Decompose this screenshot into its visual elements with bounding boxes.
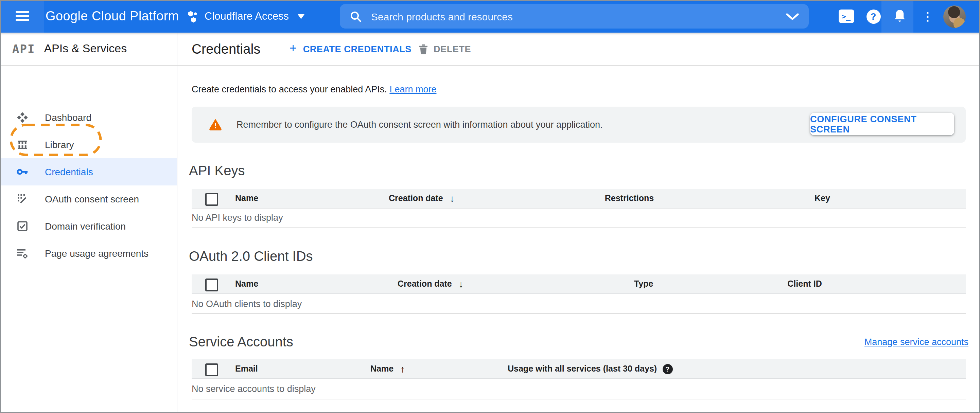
manage-service-accounts-link[interactable]: Manage service accounts	[864, 337, 969, 347]
column-header-restrictions[interactable]: Restrictions	[605, 189, 654, 208]
cloud-shell-button[interactable]: >_	[832, 0, 860, 33]
page-toolbar: Credentials + CREATE CREDENTIALS DELETE	[177, 33, 980, 66]
sort-asc-icon: ↑	[400, 364, 405, 374]
sidebar-item-label: Dashboard	[45, 112, 91, 123]
consent-warning-banner: Remember to configure the OAuth consent …	[192, 106, 966, 143]
column-header-name[interactable]: Name	[235, 189, 258, 208]
sidebar-title: APIs & Services	[44, 42, 127, 56]
hamburger-menu-icon[interactable]	[16, 9, 30, 24]
search-icon	[350, 11, 361, 22]
column-header-client-id[interactable]: Client ID	[788, 275, 822, 294]
account-avatar[interactable]	[943, 5, 966, 28]
column-header-usage[interactable]: Usage with all services (last 30 days) ?	[508, 359, 673, 378]
section-title-service-accounts: Service Accounts	[189, 334, 293, 350]
usage-help-icon[interactable]: ?	[662, 364, 673, 374]
sidebar-item-label: Library	[45, 139, 74, 150]
key-icon	[16, 166, 29, 178]
divider	[192, 399, 966, 399]
search-input[interactable]	[361, 11, 786, 22]
help-button[interactable]: ?	[860, 0, 887, 33]
notifications-button[interactable]	[886, 0, 913, 33]
search-chevron-down-icon[interactable]	[786, 13, 799, 20]
sidebar: API APIs & Services Dashboard	[0, 33, 177, 413]
api-keys-table-header: Name Creation date ↓ Restrictions Key	[192, 189, 966, 208]
sidebar-item-credentials[interactable]: Credentials	[0, 158, 177, 186]
column-header-creation-date[interactable]: Creation date ↓	[398, 275, 463, 294]
sort-desc-icon: ↓	[459, 278, 463, 289]
create-credentials-button[interactable]: + CREATE CREDENTIALS	[290, 33, 412, 65]
screenshot-root: Google Cloud Platform Cloudflare Access …	[0, 0, 980, 413]
select-all-checkbox[interactable]	[205, 278, 218, 291]
sidebar-item-label: Domain verification	[45, 221, 126, 232]
select-all-checkbox[interactable]	[205, 364, 218, 376]
oauth-clients-empty-row: No OAuth clients to display	[192, 299, 966, 309]
sidebar-item-library[interactable]: Library	[0, 131, 177, 158]
sidebar-item-page-usage-agreements[interactable]: Page usage agreements	[0, 240, 177, 267]
column-header-email[interactable]: Email	[235, 359, 258, 378]
column-header-creation-date[interactable]: Creation date ↓	[389, 189, 455, 208]
plus-icon: +	[290, 41, 297, 56]
more-options-icon: ⋮	[922, 11, 934, 22]
select-all-checkbox[interactable]	[205, 193, 218, 206]
page-usage-agreements-icon	[16, 247, 29, 259]
column-header-name[interactable]: Name ↑	[371, 359, 405, 378]
sidebar-item-dashboard[interactable]: Dashboard	[0, 104, 177, 131]
sort-desc-icon: ↓	[450, 193, 455, 204]
warning-icon	[209, 119, 221, 130]
service-accounts-empty-row: No service accounts to display	[192, 384, 966, 394]
gcp-logo[interactable]: Google Cloud Platform	[46, 0, 179, 33]
trash-icon	[418, 43, 428, 54]
main-content: Credentials + CREATE CREDENTIALS DELETE …	[177, 33, 980, 413]
library-icon	[16, 138, 29, 151]
divider	[192, 227, 966, 227]
api-product-logo: API	[12, 42, 35, 56]
search-bar[interactable]	[340, 4, 809, 29]
more-options-button[interactable]: ⋮	[914, 0, 941, 33]
cloud-shell-icon: >_	[838, 10, 854, 23]
column-header-type[interactable]: Type	[634, 275, 654, 294]
column-header-name[interactable]: Name	[235, 275, 258, 294]
project-hexagon-icon	[188, 10, 200, 23]
sidebar-item-label: Credentials	[45, 167, 93, 177]
sidebar-item-label: Page usage agreements	[45, 248, 148, 259]
app-bar: Google Cloud Platform Cloudflare Access …	[0, 0, 980, 33]
sidebar-header: API APIs & Services	[0, 33, 177, 66]
oauth-clients-table-header: Name Creation date ↓ Type Client ID	[192, 275, 966, 294]
project-caret-down-icon	[298, 14, 304, 19]
sidebar-item-oauth-consent-screen[interactable]: OAuth consent screen	[0, 186, 177, 213]
column-header-key[interactable]: Key	[815, 189, 830, 208]
divider	[192, 313, 966, 314]
bell-icon	[893, 9, 907, 24]
configure-consent-screen-button[interactable]: CONFIGURE CONSENT SCREEN	[810, 113, 954, 135]
page-title: Credentials	[192, 33, 260, 65]
delete-button[interactable]: DELETE	[418, 33, 471, 65]
intro-text: Create credentials to access your enable…	[192, 84, 436, 94]
dashboard-icon	[16, 111, 29, 124]
service-accounts-table-header: Email Name ↑ Usage with all services (la…	[192, 359, 966, 379]
learn-more-link[interactable]: Learn more	[390, 84, 436, 94]
oauth-consent-icon	[16, 193, 29, 205]
sidebar-item-label: OAuth consent screen	[45, 194, 139, 205]
domain-verification-icon	[16, 220, 29, 232]
banner-message: Remember to configure the OAuth consent …	[237, 106, 603, 143]
api-keys-empty-row: No API keys to display	[192, 213, 966, 223]
section-title-api-keys: API Keys	[189, 163, 245, 179]
gcp-console: Google Cloud Platform Cloudflare Access …	[0, 0, 980, 413]
help-icon: ?	[866, 9, 880, 24]
project-name: Cloudflare Access	[205, 10, 289, 22]
section-title-oauth-clients: OAuth 2.0 Client IDs	[189, 249, 313, 264]
project-selector[interactable]: Cloudflare Access	[188, 0, 304, 33]
sidebar-item-domain-verification[interactable]: Domain verification	[0, 213, 177, 240]
